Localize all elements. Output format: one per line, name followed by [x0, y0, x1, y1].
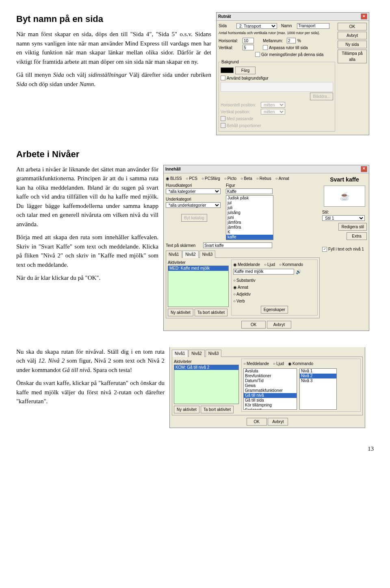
radio-picto[interactable]: ○ Picto — [224, 175, 236, 182]
radio-meddelande[interactable]: ○ Meddelande — [243, 361, 269, 367]
para: Önskar du svart kaffe, klickar på "kaffe… — [16, 378, 165, 406]
color-swatch[interactable] — [221, 67, 234, 73]
heading-byt-namn: Byt namn på en sida — [16, 12, 211, 26]
input-horisontal[interactable] — [243, 38, 254, 43]
symbol-preview: ☕ — [324, 186, 365, 207]
checkbox-fyll[interactable]: ✓Fyll i text och nivå 1 — [322, 246, 364, 252]
input-namn[interactable] — [297, 23, 329, 29]
radio-annat[interactable]: ○ Annat — [275, 175, 289, 182]
listbox-nivaer[interactable]: Nivå 1 Nivå 2 Nivå 3 — [299, 368, 337, 410]
close-icon[interactable]: ✕ — [361, 166, 367, 172]
radio-adjektiv[interactable]: ○ Adjektiv — [233, 291, 251, 297]
checkbox-meningsfonster[interactable]: Gör meningsfönster på denna sida — [255, 52, 323, 58]
button-avbryt[interactable]: Avbryt — [338, 32, 367, 39]
radio-verb[interactable]: ○ Verb — [233, 298, 245, 304]
button-ok[interactable]: OK — [338, 23, 367, 30]
select-huvudkategori[interactable]: *alla kategorier — [166, 188, 221, 194]
radio-kommando[interactable]: ◉ Kommando — [288, 361, 313, 367]
para: När du är klar klickar du på "OK". — [16, 273, 158, 283]
radio-substantiv[interactable]: ○ Substantiv — [233, 277, 256, 283]
input-mellanrum[interactable] — [287, 38, 296, 43]
dialog-innehall: Innehåll ✕ ◉ BLISS ○ PCS ○ PCSfärg ○ Pic… — [163, 165, 369, 331]
button-bladdra: Bläddra... — [310, 93, 333, 100]
listbox-aktiviteter[interactable]: KOM: Gå till nivå 2 — [174, 365, 239, 404]
select-sida[interactable]: 2. Transport — [236, 23, 277, 29]
para: Nu ska du skapa rutan för nivåval. Ställ… — [16, 347, 165, 375]
close-icon[interactable]: ✕ — [361, 13, 367, 19]
dialog-title: Rutnät — [218, 13, 231, 19]
speaker-icon[interactable]: 🔊 — [296, 268, 301, 275]
button-tillampa[interactable]: Tillämpa på alla — [338, 50, 367, 63]
button-ny-aktivitet[interactable]: Ny aktivitet — [168, 309, 193, 316]
radio-ljud[interactable]: ○ Ljud — [273, 361, 284, 367]
select-stil[interactable]: Stil 1 — [322, 215, 365, 221]
fieldset-bakgrund: Bakgrund Färg Använd bakgrundsfigur Bläd… — [219, 59, 335, 132]
button-extra[interactable]: Extra — [347, 232, 367, 240]
input-vertikal[interactable] — [243, 45, 254, 50]
radio-pcs[interactable]: ○ PCS — [186, 175, 197, 182]
heading-arbete-nivaer: Arbete i Nivåer — [16, 147, 374, 161]
select-underkategori[interactable]: *alla underkategorier — [166, 202, 221, 208]
button-avbryt[interactable]: Avbryt — [267, 321, 291, 329]
para: Börja med att skapa den ruta som innehål… — [16, 233, 158, 269]
para: Att arbeta i nivåer är liknande det sätt… — [16, 165, 158, 229]
radio-beta[interactable]: ○ Beta — [240, 175, 252, 182]
button-byt-katalog: Byt katalog — [181, 214, 207, 222]
tab-niva1[interactable]: Nivå1 — [166, 251, 182, 258]
tab-niva3[interactable]: Nivå3 — [199, 251, 216, 258]
dialog-rutnat: Rutnät ✕ Sida 2. Transport Namn Antal ho… — [216, 12, 369, 135]
button-farg[interactable]: Färg — [235, 67, 256, 74]
radio-pcsfarg[interactable]: ○ PCSfärg — [202, 175, 220, 182]
checkbox-anpassa[interactable]: Anpassa rutor till sida — [263, 45, 308, 51]
radio-kommando[interactable]: ○ Kommando — [279, 262, 303, 268]
button-redigera-stil[interactable]: Redigera stil — [338, 223, 367, 231]
para: När man först skapar en sida, döps den t… — [16, 30, 211, 66]
input-text-skarm[interactable] — [203, 242, 272, 248]
select-hpos: mitten — [261, 102, 285, 108]
preview-title: Svart kaffe — [322, 175, 367, 184]
listbox-kommandon[interactable]: Avsluta Brevfunktioner Datum/Tid Gewa Gr… — [243, 368, 297, 410]
para: Gå till menyn Sida och välj sidinställni… — [16, 70, 211, 89]
label-sida: Sida — [219, 23, 235, 29]
dialog-bottom-partial: Nivå1 Nivå2 Nivå3 Aktiviteter KOM: Gå ti… — [169, 347, 365, 428]
input-figur[interactable] — [226, 188, 273, 194]
tab-niva2[interactable]: Nivå2 — [188, 350, 205, 357]
button-ok[interactable]: OK — [241, 321, 266, 329]
select-vpos: mitten — [261, 109, 285, 115]
page-number: 13 — [16, 444, 374, 454]
button-tabort-aktivitet[interactable]: Ta bort aktivitet — [195, 309, 228, 316]
button-tabort-aktivitet[interactable]: Ta bort aktivitet — [201, 406, 234, 413]
button-ok[interactable]: OK — [247, 418, 267, 426]
radio-annat-sub[interactable]: ◉ Annat — [233, 284, 248, 290]
button-avbryt[interactable]: Avbryt — [268, 418, 288, 426]
checkbox-anvand-bakgrund[interactable]: Använd bakgrundsfigur — [221, 75, 269, 81]
input-meddelande[interactable] — [233, 269, 294, 275]
listbox-figurer[interactable]: Judisk påsk jul juli julsång juni jämför… — [226, 195, 273, 240]
button-egenskaper[interactable]: Egenskaper — [261, 306, 288, 313]
radio-ljud[interactable]: ○ Ljud — [264, 262, 275, 268]
tab-niva2[interactable]: Nivå2 — [182, 251, 199, 258]
radio-meddelande[interactable]: ◉ Meddelande — [233, 262, 260, 268]
label-namn: Namn — [281, 23, 295, 29]
label-antal: Antal horisontala och vertikala rutor (m… — [219, 30, 335, 36]
dialog-title: Innehåll — [165, 166, 181, 172]
button-ny-aktivitet[interactable]: Ny aktivitet — [174, 406, 199, 413]
button-ny-sida[interactable]: Ny sida — [338, 41, 367, 48]
tab-niva1[interactable]: Nivå1 — [172, 350, 188, 357]
tab-niva3[interactable]: Nivå3 — [206, 350, 222, 357]
radio-group-symboltype: ◉ BLISS ○ PCS ○ PCSfärg ○ Picto ○ Beta ○… — [166, 175, 320, 182]
listbox-aktiviteter[interactable]: MED: Kaffe med mjölk — [168, 266, 229, 307]
radio-rebus[interactable]: ○ Rebus — [256, 175, 271, 182]
radio-bliss[interactable]: ◉ BLISS — [166, 175, 182, 182]
